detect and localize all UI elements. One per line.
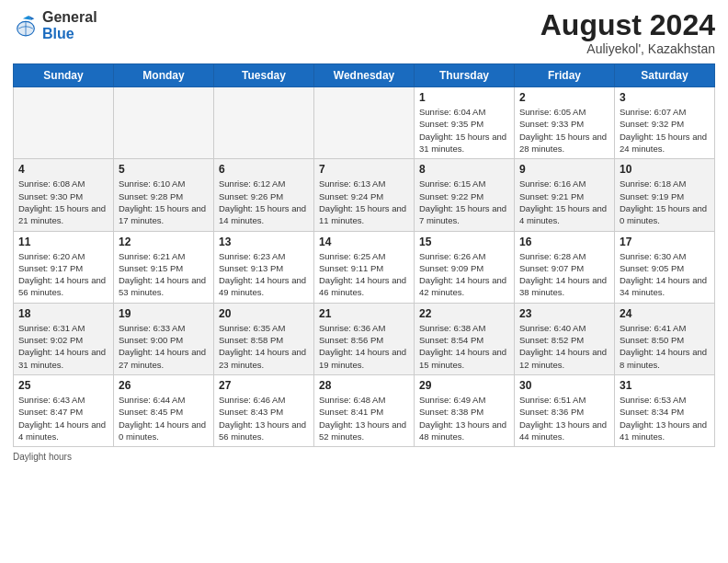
day-number: 9 — [519, 163, 609, 176]
sunset-label: Sunset: 8:47 PM — [18, 407, 83, 417]
day-info: Sunrise: 6:25 AMSunset: 9:11 PMDaylight:… — [319, 250, 409, 299]
calendar-day-cell: 3Sunrise: 6:07 AMSunset: 9:32 PMDaylight… — [615, 87, 715, 159]
day-number: 20 — [219, 307, 309, 320]
calendar-day-cell: 29Sunrise: 6:49 AMSunset: 8:38 PMDayligh… — [415, 374, 515, 446]
sunset-label: Sunset: 9:02 PM — [18, 335, 83, 345]
sunset-label: Sunset: 8:38 PM — [419, 407, 483, 417]
day-number: 13 — [219, 236, 309, 248]
weekday-header-saturday: Saturday — [615, 64, 715, 87]
daylight-info: Daylight: 15 hours and 28 minutes. — [519, 132, 607, 154]
sunset-label: Sunset: 9:05 PM — [620, 263, 684, 273]
sunrise-label: Sunrise: 6:04 AM — [419, 107, 485, 117]
sunset-label: Sunset: 9:24 PM — [319, 191, 383, 201]
calendar-day-cell: 4Sunrise: 6:08 AMSunset: 9:30 PMDaylight… — [14, 159, 114, 231]
sunset-label: Sunset: 9:17 PM — [18, 263, 83, 273]
sunrise-label: Sunrise: 6:30 AM — [620, 251, 686, 261]
day-info: Sunrise: 6:33 AMSunset: 9:00 PMDaylight:… — [119, 322, 209, 371]
weekday-header-row: SundayMondayTuesdayWednesdayThursdayFrid… — [14, 64, 715, 87]
sunrise-label: Sunrise: 6:18 AM — [620, 178, 686, 189]
daylight-info: Daylight: 14 hours and 0 minutes. — [119, 419, 206, 442]
day-info: Sunrise: 6:40 AMSunset: 8:52 PMDaylight:… — [519, 322, 609, 371]
day-number: 19 — [119, 307, 209, 320]
sunset-label: Sunset: 8:36 PM — [519, 407, 584, 417]
daylight-info: Daylight: 14 hours and 42 minutes. — [419, 275, 506, 297]
sunset-label: Sunset: 8:50 PM — [620, 335, 684, 345]
calendar-day-cell: 31Sunrise: 6:53 AMSunset: 8:34 PMDayligh… — [615, 374, 715, 446]
sunset-label: Sunset: 9:09 PM — [419, 263, 483, 273]
calendar-day-cell — [314, 87, 415, 159]
daylight-info: Daylight: 14 hours and 8 minutes. — [620, 347, 707, 369]
calendar-day-cell: 14Sunrise: 6:25 AMSunset: 9:11 PMDayligh… — [314, 231, 415, 303]
day-number: 5 — [119, 163, 209, 176]
sunrise-label: Sunrise: 6:35 AM — [219, 323, 285, 333]
daylight-info: Daylight: 14 hours and 19 minutes. — [319, 347, 406, 369]
day-number: 14 — [319, 236, 409, 248]
page: General Blue August 2024 Auliyekol', Kaz… — [0, 0, 728, 563]
day-info: Sunrise: 6:35 AMSunset: 8:58 PMDaylight:… — [219, 322, 309, 371]
sunset-label: Sunset: 8:43 PM — [219, 407, 283, 417]
daylight-info: Daylight: 15 hours and 4 minutes. — [519, 203, 607, 225]
calendar-day-cell: 21Sunrise: 6:36 AMSunset: 8:56 PMDayligh… — [314, 303, 415, 374]
month-year-title: August 2024 — [540, 9, 715, 41]
calendar-day-cell: 13Sunrise: 6:23 AMSunset: 9:13 PMDayligh… — [214, 231, 314, 303]
sunset-label: Sunset: 9:00 PM — [119, 335, 183, 345]
calendar-day-cell — [14, 87, 114, 159]
sunset-label: Sunset: 8:56 PM — [319, 335, 383, 345]
header: General Blue August 2024 Auliyekol', Kaz… — [13, 9, 715, 56]
daylight-info: Daylight: 13 hours and 44 minutes. — [519, 419, 607, 442]
sunrise-label: Sunrise: 6:48 AM — [319, 395, 385, 405]
daylight-info: Daylight: 14 hours and 49 minutes. — [219, 275, 306, 297]
calendar-day-cell: 20Sunrise: 6:35 AMSunset: 8:58 PMDayligh… — [214, 303, 314, 374]
calendar-day-cell: 25Sunrise: 6:43 AMSunset: 8:47 PMDayligh… — [14, 374, 114, 446]
sunset-label: Sunset: 9:26 PM — [219, 191, 283, 201]
day-number: 25 — [18, 379, 108, 392]
day-info: Sunrise: 6:26 AMSunset: 9:09 PMDaylight:… — [419, 250, 509, 299]
day-number: 8 — [419, 163, 509, 176]
sunset-label: Sunset: 9:21 PM — [519, 191, 584, 201]
daylight-label: Daylight hours — [13, 452, 72, 462]
sunrise-label: Sunrise: 6:51 AM — [519, 395, 586, 405]
daylight-info: Daylight: 14 hours and 46 minutes. — [319, 275, 406, 297]
calendar-week-row: 1Sunrise: 6:04 AMSunset: 9:35 PMDaylight… — [14, 87, 715, 159]
calendar-day-cell: 12Sunrise: 6:21 AMSunset: 9:15 PMDayligh… — [114, 231, 214, 303]
sunrise-label: Sunrise: 6:40 AM — [519, 323, 586, 333]
sunrise-label: Sunrise: 6:38 AM — [419, 323, 485, 333]
daylight-info: Daylight: 14 hours and 15 minutes. — [419, 347, 506, 369]
calendar-day-cell: 27Sunrise: 6:46 AMSunset: 8:43 PMDayligh… — [214, 374, 314, 446]
calendar-day-cell — [114, 87, 214, 159]
sunrise-label: Sunrise: 6:12 AM — [219, 178, 285, 189]
day-info: Sunrise: 6:53 AMSunset: 8:34 PMDaylight:… — [620, 394, 710, 442]
daylight-info: Daylight: 14 hours and 4 minutes. — [18, 419, 106, 442]
logo: General Blue — [13, 9, 97, 41]
day-number: 21 — [319, 307, 409, 320]
day-number: 27 — [219, 379, 309, 392]
day-info: Sunrise: 6:46 AMSunset: 8:43 PMDaylight:… — [219, 394, 309, 442]
title-block: August 2024 Auliyekol', Kazakhstan — [540, 9, 715, 56]
daylight-info: Daylight: 14 hours and 34 minutes. — [620, 275, 707, 297]
sunrise-label: Sunrise: 6:15 AM — [419, 178, 485, 189]
day-number: 30 — [519, 379, 609, 392]
day-number: 4 — [18, 163, 108, 176]
weekday-header-friday: Friday — [515, 64, 615, 87]
day-info: Sunrise: 6:08 AMSunset: 9:30 PMDaylight:… — [18, 178, 108, 226]
day-number: 23 — [519, 307, 609, 320]
daylight-info: Daylight: 14 hours and 12 minutes. — [519, 347, 607, 369]
calendar-day-cell: 5Sunrise: 6:10 AMSunset: 9:28 PMDaylight… — [114, 159, 214, 231]
calendar-body: 1Sunrise: 6:04 AMSunset: 9:35 PMDaylight… — [14, 87, 715, 447]
sunrise-label: Sunrise: 6:33 AM — [119, 323, 185, 333]
sunrise-label: Sunrise: 6:31 AM — [18, 323, 85, 333]
sunset-label: Sunset: 9:32 PM — [620, 119, 684, 129]
day-number: 26 — [119, 379, 209, 392]
sunrise-label: Sunrise: 6:21 AM — [119, 251, 185, 261]
sunset-label: Sunset: 9:13 PM — [219, 263, 283, 273]
sunrise-label: Sunrise: 6:41 AM — [620, 323, 686, 333]
daylight-info: Daylight: 14 hours and 56 minutes. — [18, 275, 106, 297]
sunrise-label: Sunrise: 6:05 AM — [519, 107, 586, 117]
daylight-info: Daylight: 15 hours and 14 minutes. — [219, 203, 306, 225]
calendar-day-cell: 19Sunrise: 6:33 AMSunset: 9:00 PMDayligh… — [114, 303, 214, 374]
day-number: 16 — [519, 236, 609, 248]
day-info: Sunrise: 6:30 AMSunset: 9:05 PMDaylight:… — [620, 250, 710, 299]
day-number: 11 — [18, 236, 108, 248]
calendar-header: SundayMondayTuesdayWednesdayThursdayFrid… — [14, 64, 715, 87]
daylight-info: Daylight: 15 hours and 31 minutes. — [419, 132, 506, 154]
